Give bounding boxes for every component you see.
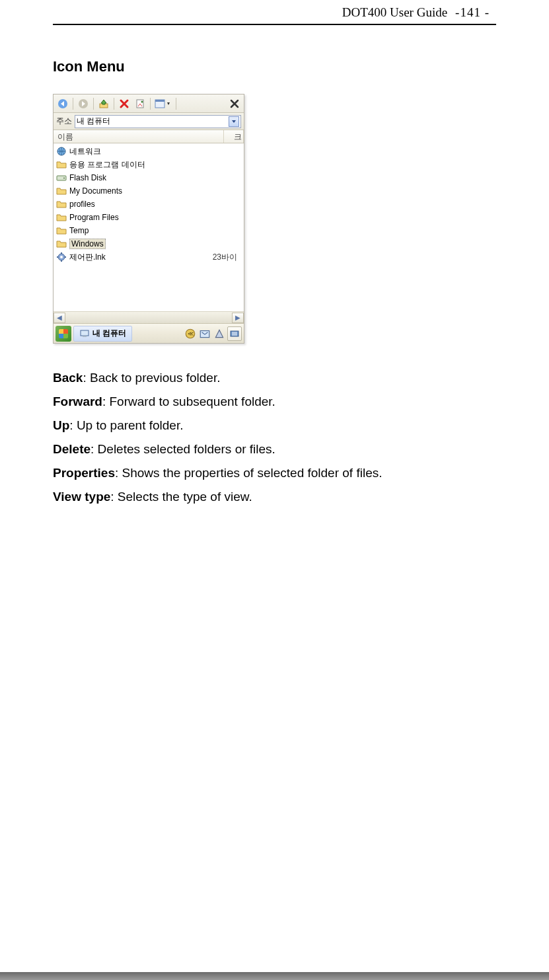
folder-icon bbox=[56, 199, 67, 209]
folder-icon bbox=[56, 225, 67, 236]
footer-bar bbox=[0, 972, 549, 980]
blank-area bbox=[54, 264, 244, 310]
definition-item: Up: Up to parent folder. bbox=[53, 414, 496, 437]
list-item[interactable]: 응용 프로그램 데이터 bbox=[54, 158, 244, 171]
list-item[interactable]: Windows bbox=[54, 237, 244, 250]
file-name: Program Files bbox=[69, 213, 119, 222]
horizontal-scrollbar[interactable]: ◀ ▶ bbox=[54, 311, 244, 323]
definition-item: View type: Selects the type of view. bbox=[53, 485, 496, 509]
windows-flag-icon bbox=[59, 329, 68, 338]
address-label: 주소 bbox=[56, 116, 72, 127]
file-name: 응용 프로그램 데이터 bbox=[69, 159, 145, 170]
folder-icon bbox=[56, 186, 67, 196]
definition-list: Back: Back to previous folder. Forward: … bbox=[53, 366, 496, 509]
list-item[interactable]: Program Files bbox=[54, 211, 244, 224]
definition-item: Delete: Deletes selected folders or file… bbox=[53, 437, 496, 461]
definition-item: Properties: Shows the properties of sele… bbox=[53, 461, 496, 485]
sip-button[interactable] bbox=[227, 326, 242, 341]
file-name: profiles bbox=[69, 200, 95, 209]
up-button[interactable] bbox=[96, 96, 111, 111]
explorer-screenshot: 주소 내 컴퓨터 이름 크 네트워크 응용 프로그램 데이터 bbox=[53, 94, 244, 344]
taskbar-item-label: 내 컴퓨터 bbox=[92, 328, 126, 339]
list-item[interactable]: 네트워크 bbox=[54, 145, 244, 158]
file-name: My Documents bbox=[69, 186, 122, 196]
file-list[interactable]: 네트워크 응용 프로그램 데이터 Flash Disk My Documents… bbox=[54, 143, 244, 311]
tray-icon[interactable] bbox=[213, 328, 225, 340]
address-field[interactable]: 내 컴퓨터 bbox=[75, 115, 241, 128]
tray-icon[interactable]: ≪ bbox=[184, 328, 196, 340]
separator bbox=[150, 98, 151, 110]
back-button[interactable] bbox=[55, 96, 70, 111]
separator bbox=[176, 98, 176, 110]
forward-button[interactable] bbox=[76, 96, 91, 111]
start-button[interactable] bbox=[55, 326, 71, 342]
svg-rect-16 bbox=[81, 330, 89, 336]
address-bar: 주소 내 컴퓨터 bbox=[54, 113, 244, 130]
scroll-left-icon[interactable]: ◀ bbox=[54, 313, 65, 323]
address-dropdown[interactable] bbox=[229, 116, 239, 127]
globe-icon bbox=[56, 146, 67, 157]
folder-icon bbox=[56, 159, 67, 170]
close-button[interactable] bbox=[227, 96, 242, 111]
definition-item: Forward: Forward to subsequent folder. bbox=[53, 390, 496, 414]
scroll-track[interactable] bbox=[65, 313, 232, 323]
file-name: Windows bbox=[69, 239, 106, 249]
delete-button[interactable] bbox=[117, 96, 131, 111]
list-item[interactable]: Flash Disk bbox=[54, 171, 244, 184]
computer-icon bbox=[79, 328, 90, 339]
list-item[interactable]: 제어판.lnk 23바이 bbox=[54, 250, 244, 264]
tray-icon[interactable] bbox=[199, 328, 211, 340]
svg-rect-17 bbox=[83, 336, 87, 337]
column-header[interactable]: 이름 크 bbox=[54, 130, 244, 143]
svg-rect-6 bbox=[155, 100, 165, 102]
svg-point-11 bbox=[60, 256, 63, 258]
col-name[interactable]: 이름 bbox=[54, 130, 224, 143]
file-name: 제어판.lnk bbox=[69, 252, 106, 263]
svg-text:≪: ≪ bbox=[188, 330, 194, 337]
file-size: 23바이 bbox=[213, 252, 237, 263]
system-tray: ≪ bbox=[184, 328, 225, 340]
svg-point-4 bbox=[141, 100, 143, 102]
taskbar: 내 컴퓨터 ≪ bbox=[54, 323, 244, 343]
list-item[interactable]: My Documents bbox=[54, 184, 244, 198]
view-button[interactable] bbox=[153, 96, 173, 111]
address-value: 내 컴퓨터 bbox=[77, 116, 229, 127]
col-size[interactable]: 크 bbox=[224, 130, 244, 143]
separator bbox=[93, 98, 94, 110]
page-number: -141 - bbox=[455, 5, 490, 20]
toolbar bbox=[54, 94, 244, 113]
drive-icon bbox=[56, 172, 67, 183]
file-name: 네트워크 bbox=[69, 146, 101, 157]
separator bbox=[114, 98, 114, 110]
properties-button[interactable] bbox=[133, 96, 147, 111]
list-item[interactable]: Temp bbox=[54, 224, 244, 237]
separator bbox=[73, 98, 73, 110]
folder-icon bbox=[56, 239, 67, 249]
file-name: Flash Disk bbox=[69, 173, 106, 182]
taskbar-item[interactable]: 내 컴퓨터 bbox=[73, 326, 132, 342]
doc-title: DOT400 User Guide bbox=[342, 5, 447, 20]
file-name: Temp bbox=[69, 226, 89, 235]
list-item[interactable]: profiles bbox=[54, 198, 244, 211]
folder-icon bbox=[56, 212, 67, 223]
gear-icon bbox=[56, 252, 67, 262]
section-heading: Icon Menu bbox=[53, 58, 496, 75]
svg-point-9 bbox=[63, 178, 65, 179]
definition-item: Back: Back to previous folder. bbox=[53, 366, 496, 390]
page-header: DOT400 User Guide -141 - bbox=[0, 0, 549, 24]
scroll-right-icon[interactable]: ▶ bbox=[232, 313, 244, 323]
